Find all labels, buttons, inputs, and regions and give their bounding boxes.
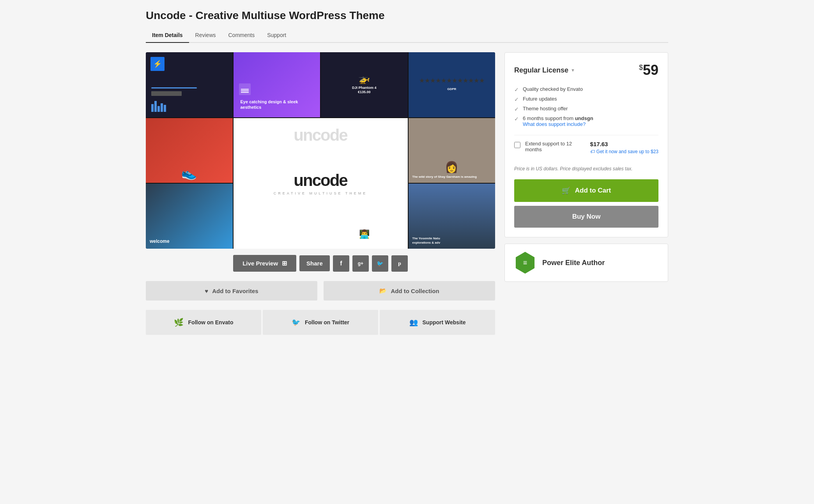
preview-actions: Live Preview ⊞ Share f g+ 🐦 𝐩 [146, 249, 495, 278]
features-list: ✓ Quality checked by Envato ✓ Future upd… [514, 86, 658, 127]
feature-support-label: 6 months support from undsgn [523, 115, 593, 121]
support-website-button[interactable]: 👥 Support Website [380, 310, 495, 335]
googleplus-button[interactable]: g+ [352, 255, 369, 272]
support-include-link[interactable]: What does support include? [523, 121, 586, 127]
brand-name: uncode [274, 171, 368, 190]
support-icon: 👥 [409, 318, 418, 327]
license-price: $59 [639, 62, 658, 78]
grid-cell-portrait: 👩 The wild story of Shay Garnham is amaz… [409, 118, 495, 183]
share-button[interactable]: Share [299, 255, 330, 271]
badge-symbol: ≡ [523, 259, 527, 267]
page-title: Uncode - Creative Multiuse WordPress The… [146, 9, 668, 22]
extend-save-label: Get it now and save up to $23 [596, 149, 658, 154]
license-type: Regular License ▼ [514, 66, 575, 74]
chevron-down-icon: ▼ [571, 68, 575, 73]
author-label: Power Elite Author [542, 259, 605, 267]
extend-support-price: $17.63 [590, 141, 658, 147]
license-header: Regular License ▼ $59 [514, 62, 658, 78]
twitter-share-button[interactable]: 🐦 [372, 255, 388, 272]
check-icon: ✓ [514, 106, 519, 112]
currency-symbol: $ [639, 64, 643, 71]
grid-cell-gdpr: ★★★★★★★★★★★★ GDPR [409, 52, 495, 117]
follow-twitter-label: Follow on Twitter [305, 319, 349, 325]
live-preview-label: Live Preview [242, 260, 278, 267]
add-to-cart-button[interactable]: 🛒 Add to Cart [514, 179, 658, 202]
secondary-actions: ♥ Add to Favorites 📂 Add to Collection [146, 278, 495, 310]
twitter-follow-icon: 🐦 [292, 318, 300, 327]
feature-hosting: ✓ Theme hosting offer [514, 106, 658, 112]
follow-envato-label: Follow on Envato [188, 319, 234, 325]
feature-support: ✓ 6 months support from undsgn What does… [514, 115, 658, 127]
social-links: 🌿 Follow on Envato 🐦 Follow on Twitter 👥… [146, 310, 495, 335]
feature-updates-label: Future updates [523, 96, 557, 102]
preview-grid: ⚡ [146, 52, 495, 249]
add-to-cart-label: Add to Cart [575, 187, 611, 195]
grid-icon: ⊞ [282, 260, 287, 267]
follow-envato-button[interactable]: 🌿 Follow on Envato [146, 310, 261, 335]
extend-support-text: Extend support to 12 months [525, 141, 586, 152]
envato-icon: 🌿 [174, 318, 184, 327]
tab-comments[interactable]: Comments [222, 28, 261, 43]
feature-quality: ✓ Quality checked by Envato [514, 86, 658, 93]
facebook-icon: f [340, 260, 342, 267]
grid-cell-drone: 🚁 DJI Phantom 4€135.00 [321, 52, 408, 117]
price-note: Price is in US dollars. Price displayed … [514, 165, 658, 172]
license-type-label: Regular License [514, 66, 568, 74]
check-icon: ✓ [514, 116, 519, 122]
flash-badge: ⚡ [150, 57, 165, 71]
cart-icon: 🛒 [562, 186, 570, 195]
feature-hosting-label: Theme hosting offer [523, 106, 568, 111]
add-to-collection-button[interactable]: 📂 Add to Collection [324, 281, 495, 301]
live-preview-button[interactable]: Live Preview ⊞ [233, 255, 296, 272]
author-card: ≡ Power Elite Author [504, 244, 668, 282]
extend-support: Extend support to 12 months $17.63 🏷 Get… [514, 135, 658, 160]
extend-support-save: 🏷 Get it now and save up to $23 [590, 149, 658, 154]
author-badge-icon: ≡ [514, 252, 536, 274]
tab-reviews[interactable]: Reviews [189, 28, 222, 43]
grid-cell-shoe: 👟 [146, 118, 233, 183]
grid-cell-promo: Eye catching design & sleek aesthetics [234, 52, 320, 117]
grid-cell-mountains: The Yosemite Natuexplorations & adv [409, 184, 495, 249]
googleplus-icon: g+ [358, 261, 363, 266]
add-to-collection-label: Add to Collection [391, 288, 439, 294]
add-to-favorites-label: Add to Favorites [212, 288, 258, 294]
left-panel: ⚡ [146, 52, 495, 335]
support-website-label: Support Website [423, 319, 466, 325]
price-value: 59 [643, 62, 658, 78]
pinterest-icon: 𝐩 [398, 260, 401, 267]
feature-quality-label: Quality checked by Envato [523, 86, 583, 92]
check-icon: ✓ [514, 87, 519, 93]
grid-cell-man: 👨‍💻 The Knowledge Base [321, 184, 408, 249]
support-author: undsgn [575, 115, 593, 121]
tabs-nav: Item Details Reviews Comments Support [146, 28, 668, 43]
preview-container: ⚡ [146, 52, 495, 249]
buy-now-button[interactable]: Buy Now [514, 206, 658, 228]
feature-updates: ✓ Future updates [514, 96, 658, 103]
extend-support-checkbox[interactable] [514, 142, 520, 148]
right-panel: Regular License ▼ $59 ✓ Quality checked … [504, 52, 668, 282]
check-icon: ✓ [514, 96, 519, 103]
twitter-icon: 🐦 [377, 260, 383, 267]
facebook-button[interactable]: f [333, 255, 349, 272]
pinterest-button[interactable]: 𝐩 [391, 255, 408, 272]
follow-twitter-button[interactable]: 🐦 Follow on Twitter [263, 310, 378, 335]
heart-icon: ♥ [205, 288, 208, 294]
tag-icon: 🏷 [590, 149, 595, 154]
tab-item-details[interactable]: Item Details [146, 28, 189, 43]
license-card: Regular License ▼ $59 ✓ Quality checked … [504, 52, 668, 237]
grid-cell-landscape: welcome [146, 184, 233, 249]
add-to-favorites-button[interactable]: ♥ Add to Favorites [146, 281, 317, 301]
collection-icon: 📂 [379, 287, 387, 294]
tab-support[interactable]: Support [261, 28, 292, 43]
